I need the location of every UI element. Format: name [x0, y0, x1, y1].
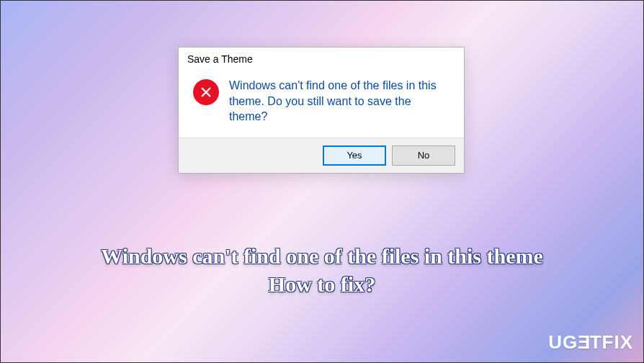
- dialog-body: Windows can't find one of the files in t…: [179, 68, 464, 138]
- caption-line-2: How to fix?: [22, 270, 622, 298]
- watermark-prefix: UG: [548, 331, 578, 354]
- yes-button[interactable]: Yes: [323, 145, 386, 166]
- error-icon: [193, 79, 219, 105]
- dialog-footer: Yes No: [179, 138, 464, 173]
- watermark-logo: UGETFIX: [548, 331, 633, 354]
- watermark-suffix: TFIX: [590, 331, 633, 354]
- watermark-e: E: [577, 331, 590, 354]
- no-button[interactable]: No: [392, 145, 455, 166]
- dialog-message: Windows can't find one of the files in t…: [229, 78, 450, 125]
- article-caption: Windows can't find one of the files in t…: [1, 242, 643, 298]
- caption-line-1: Windows can't find one of the files in t…: [101, 244, 543, 268]
- dialog-title: Save a Theme: [179, 48, 464, 68]
- save-theme-dialog: Save a Theme Windows can't find one of t…: [178, 47, 465, 174]
